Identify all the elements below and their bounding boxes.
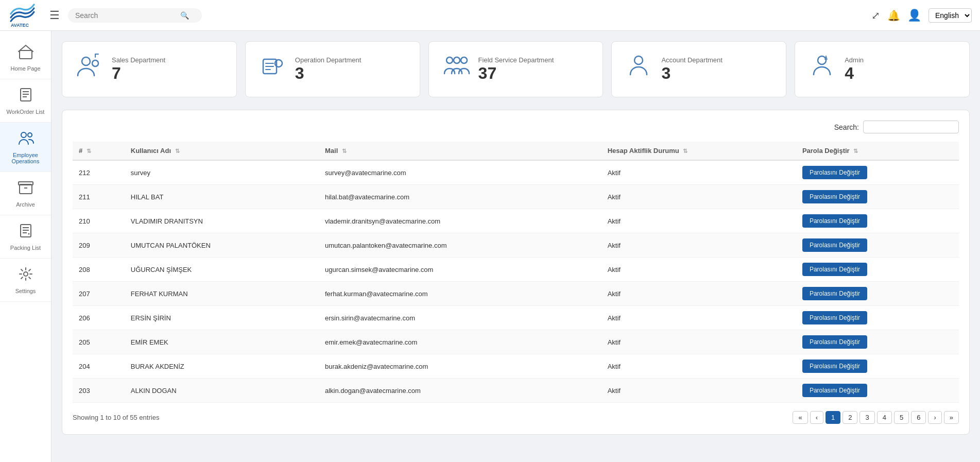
change-password-button[interactable]: Parolasını Değiştir xyxy=(802,311,867,324)
svg-point-16 xyxy=(24,272,28,276)
svg-text:AVATEC: AVATEC xyxy=(11,23,29,27)
row-action: Parolasını Değiştir xyxy=(796,282,959,306)
account-dept-icon xyxy=(624,52,653,87)
notification-icon[interactable]: 🔔 xyxy=(887,9,900,22)
page-btn-7[interactable]: 6 xyxy=(911,411,926,424)
change-password-button[interactable]: Parolasını Değiştir xyxy=(802,166,867,179)
dept-card-operation[interactable]: Operation Department 3 xyxy=(245,41,420,97)
search-box: 🔍 xyxy=(68,8,202,23)
row-id: 210 xyxy=(73,209,125,233)
sidebar-item-packing[interactable]: Packing List xyxy=(0,215,51,259)
row-status: Aktif xyxy=(601,379,796,403)
row-status: Aktif xyxy=(601,354,796,379)
dept-card-field[interactable]: Field Service Department 37 xyxy=(428,41,604,97)
change-password-button[interactable]: Parolasını Değiştir xyxy=(802,238,867,252)
topnav: AVATEC ☰ 🔍 ⤢ 🔔 👤 English xyxy=(0,0,980,31)
svg-point-6 xyxy=(21,132,26,138)
admin-dept-icon xyxy=(807,52,836,87)
row-name: HILAL BAT xyxy=(125,185,319,209)
page-btn-0[interactable]: « xyxy=(793,411,807,424)
account-dept-name: Account Department xyxy=(661,56,723,64)
col-header-2[interactable]: Mail ⇅ xyxy=(319,142,601,160)
page-btn-1[interactable]: ‹ xyxy=(810,411,823,424)
row-email: alkin.dogan@avatecmarine.com xyxy=(319,379,601,403)
row-action: Parolasını Değiştir xyxy=(796,354,959,379)
page-btn-9[interactable]: » xyxy=(944,411,959,424)
sort-icon-2: ⇅ xyxy=(342,148,347,154)
sidebar-item-label: Employee Operations xyxy=(4,152,47,164)
archive-icon xyxy=(18,179,34,199)
employee-icon xyxy=(18,130,34,150)
table-footer: Showing 1 to 10 of 55 entries xyxy=(73,414,159,421)
row-action: Parolasını Değiştir xyxy=(796,185,959,209)
dept-card-sales[interactable]: Sales Department 7 xyxy=(62,41,237,97)
admin-dept-name: Admin xyxy=(845,56,864,64)
sidebar-item-settings[interactable]: Settings xyxy=(0,259,51,302)
sort-icon-1: ⇅ xyxy=(175,148,180,154)
row-action: Parolasını Değiştir xyxy=(796,160,959,185)
sort-icon-3: ⇅ xyxy=(683,148,687,154)
col-header-0[interactable]: # ⇅ xyxy=(73,142,125,160)
expand-icon[interactable]: ⤢ xyxy=(871,9,880,22)
change-password-button[interactable]: Parolasını Değiştir xyxy=(802,214,867,228)
col-header-4[interactable]: Parola Değiştir ⇅ xyxy=(796,142,959,160)
change-password-button[interactable]: Parolasını Değiştir xyxy=(802,384,867,397)
row-email: ugurcan.simsek@avatecmarine.com xyxy=(319,258,601,282)
sidebar-item-workorder[interactable]: WorkOrder List xyxy=(0,79,51,123)
row-email: survey@avatecmarine.com xyxy=(319,160,601,185)
row-status: Aktif xyxy=(601,306,796,330)
dept-card-account[interactable]: Account Department 3 xyxy=(611,41,786,97)
search-label: Search: xyxy=(834,123,859,131)
change-password-button[interactable]: Parolasını Değiştir xyxy=(802,190,867,203)
page-btn-6[interactable]: 5 xyxy=(894,411,909,424)
table-header: Search: xyxy=(73,121,959,133)
row-status: Aktif xyxy=(601,282,796,306)
sidebar-item-home[interactable]: Home Page xyxy=(0,36,51,79)
field-dept-count: 37 xyxy=(478,64,554,83)
right-icons: ⤢ 🔔 👤 English xyxy=(871,8,972,23)
svg-rect-1 xyxy=(20,50,32,59)
workorder-icon xyxy=(18,87,34,107)
language-select[interactable]: English xyxy=(929,8,972,23)
svg-rect-9 xyxy=(19,182,33,185)
col-header-3[interactable]: Hesap Aktiflik Durumu ⇅ xyxy=(601,142,796,160)
row-status: Aktif xyxy=(601,233,796,258)
dept-card-admin[interactable]: Admin 4 xyxy=(795,41,970,97)
sidebar-item-label: WorkOrder List xyxy=(7,109,45,115)
user-avatar[interactable]: 👤 xyxy=(907,9,921,22)
change-password-button[interactable]: Parolasını Değiştir xyxy=(802,335,867,349)
change-password-button[interactable]: Parolasını Değiştir xyxy=(802,263,867,276)
sidebar-item-employee[interactable]: Employee Operations xyxy=(0,123,51,172)
row-id: 203 xyxy=(73,379,125,403)
sort-icon-0: ⇅ xyxy=(87,148,91,154)
page-btn-8[interactable]: › xyxy=(928,411,941,424)
sidebar-item-label: Archive xyxy=(16,201,35,208)
svg-point-15 xyxy=(28,233,29,235)
hamburger-menu[interactable]: ☰ xyxy=(49,9,60,22)
col-header-1[interactable]: Kullanıcı Adı ⇅ xyxy=(125,142,319,160)
page-btn-4[interactable]: 3 xyxy=(859,411,874,424)
change-password-button[interactable]: Parolasını Değiştir xyxy=(802,360,867,373)
row-name: UMUTCAN PALANTÖKEN xyxy=(125,233,319,258)
table-search-input[interactable] xyxy=(863,121,959,133)
table-row: 210 VLADIMIR DRANITSYN vlademir.dranitsy… xyxy=(73,209,959,233)
logo[interactable]: AVATEC xyxy=(8,4,49,27)
page-btn-5[interactable]: 4 xyxy=(877,411,892,424)
row-id: 204 xyxy=(73,354,125,379)
home-icon xyxy=(18,43,34,63)
search-input[interactable] xyxy=(75,11,178,20)
field-dept-info: Field Service Department 37 xyxy=(478,56,554,83)
row-action: Parolasını Değiştir xyxy=(796,330,959,354)
row-email: hilal.bat@avatecmarine.com xyxy=(319,185,601,209)
change-password-button[interactable]: Parolasını Değiştir xyxy=(802,287,867,300)
row-name: BURAK AKDENİZ xyxy=(125,354,319,379)
row-action: Parolasını Değiştir xyxy=(796,379,959,403)
page-btn-3[interactable]: 2 xyxy=(843,411,857,424)
sidebar-item-archive[interactable]: Archive xyxy=(0,172,51,215)
table-row: 209 UMUTCAN PALANTÖKEN umutcan.palantoke… xyxy=(73,233,959,258)
table-row: 212 survey survey@avatecmarine.com Aktif… xyxy=(73,160,959,185)
table-row: 207 FERHAT KURMAN ferhat.kurman@avatecma… xyxy=(73,282,959,306)
operation-dept-count: 3 xyxy=(295,64,362,83)
row-name: EMİR EMEK xyxy=(125,330,319,354)
page-btn-2[interactable]: 1 xyxy=(826,411,840,424)
